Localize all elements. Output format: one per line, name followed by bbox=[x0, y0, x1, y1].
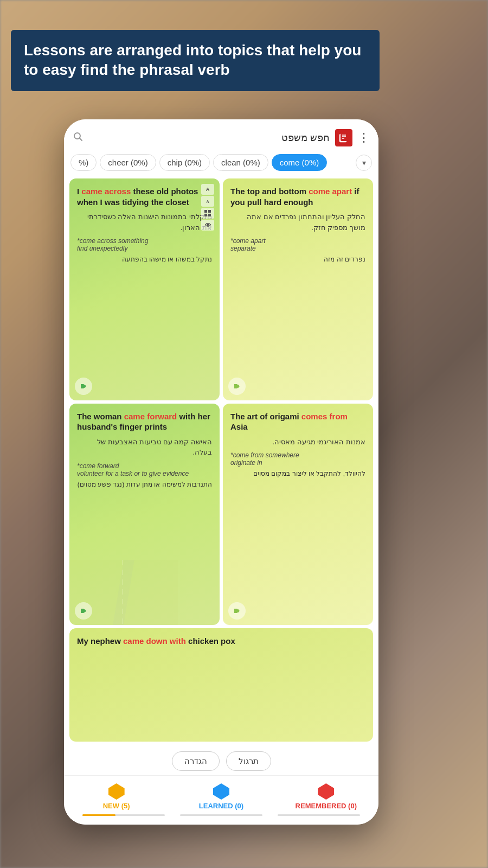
card3-title-normal: The woman bbox=[77, 412, 124, 421]
progress-bar-new bbox=[82, 814, 164, 816]
card2-definition: *come apartseparate bbox=[230, 237, 365, 252]
progress-fill-new bbox=[82, 814, 115, 816]
card1-definition: *come across somethingfind unexpectedly bbox=[77, 237, 212, 252]
progress-bars bbox=[64, 812, 378, 816]
card5-phrasal: came down with bbox=[123, 636, 186, 646]
filter-hagdara[interactable]: הגדרה bbox=[172, 751, 220, 771]
font-large-icon[interactable]: A bbox=[201, 184, 214, 195]
card1-sound-btn[interactable] bbox=[75, 378, 92, 395]
card-came-forward[interactable]: The woman came forward with her husband'… bbox=[69, 404, 220, 626]
tab-new-label: NEW (5) bbox=[103, 802, 130, 810]
card2-title-normal: The top and bottom bbox=[230, 187, 309, 196]
card1-hebrew: נתקלתי בתמונות הישנות האלה כשסידרתי את ה… bbox=[77, 212, 212, 233]
tab-dropdown-icon[interactable]: ▾ bbox=[356, 155, 372, 171]
card4-title-normal: The art of origami bbox=[230, 412, 301, 421]
card3-hebrew: האישה קמה עם טביעות האצבעות של בעלה. bbox=[77, 437, 212, 458]
eye-icon[interactable]: 👁 bbox=[201, 220, 214, 231]
card-came-across[interactable]: A A 👁 I came across these old photos whe… bbox=[69, 178, 220, 400]
card1-title: I came across these old photos when I wa… bbox=[77, 186, 212, 207]
card2-hebrew-def: נפרדים זה מזה bbox=[230, 256, 365, 263]
card-come-apart[interactable]: The top and bottom come apart if you pul… bbox=[223, 178, 373, 400]
search-icon bbox=[73, 131, 84, 145]
gem-new-icon bbox=[108, 783, 125, 800]
card-came-down-with[interactable]: My nephew came down with chicken pox bbox=[69, 628, 373, 742]
filter-row: הגדרה תרגול bbox=[64, 747, 378, 775]
svg-rect-7 bbox=[204, 210, 207, 213]
banner-text: Lessons are arranged into topics that he… bbox=[24, 41, 367, 80]
progress-bar-learned bbox=[180, 814, 262, 816]
book-icon[interactable] bbox=[335, 129, 352, 146]
card-tools: A A 👁 bbox=[201, 184, 214, 231]
filter-tabs-row: %) cheer (0%) chip (0%) clean (0%) come … bbox=[64, 152, 378, 175]
card2-sound-btn[interactable] bbox=[228, 378, 246, 395]
card2-phrasal: come apart bbox=[309, 187, 352, 196]
tab-chip[interactable]: chip (0%) bbox=[159, 154, 210, 171]
tab-learned-label: LEARNED (0) bbox=[199, 802, 243, 810]
card3-title: The woman came forward with her husband'… bbox=[77, 411, 212, 432]
card-comes-from[interactable]: The art of origami comes from Asia אמנות… bbox=[223, 404, 373, 626]
tab-come[interactable]: come (0%) bbox=[272, 154, 328, 171]
svg-rect-8 bbox=[208, 210, 211, 213]
card3-definition: *come forwardvolunteer for a task or to … bbox=[77, 462, 212, 477]
tab-clean[interactable]: clean (0%) bbox=[213, 154, 268, 171]
tab-new[interactable]: NEW (5) bbox=[64, 783, 169, 810]
bottom-nav: NEW (5) LEARNED (0) REMEMBERED (0) bbox=[64, 775, 378, 825]
card4-title: The art of origami comes from Asia bbox=[230, 411, 365, 432]
search-bar: חפש משפט ⋮ bbox=[64, 119, 378, 152]
progress-bar-remembered bbox=[278, 814, 359, 816]
tab-cheer[interactable]: cheer (0%) bbox=[100, 154, 156, 171]
grid-icon[interactable] bbox=[201, 208, 214, 219]
bottom-tabs: NEW (5) LEARNED (0) REMEMBERED (0) bbox=[64, 780, 378, 812]
gem-learned-icon bbox=[213, 783, 229, 800]
tab-remembered-label: REMEMBERED (0) bbox=[296, 802, 357, 810]
card4-title-rest: Asia bbox=[230, 422, 248, 431]
tab-learned[interactable]: LEARNED (0) bbox=[169, 783, 273, 810]
search-input[interactable]: חפש משפט bbox=[89, 132, 330, 144]
top-banner: Lessons are arranged into topics that he… bbox=[11, 30, 380, 91]
phone-container: חפש משפט ⋮ %) cheer (0%) chip (0%) clean… bbox=[64, 119, 378, 825]
card4-hebrew-def: להיוולד, להתקבל או ליצור במקום מסוים bbox=[230, 470, 365, 477]
card2-hebrew: החלק העליון והתחתון נפרדים אם אתה מושך מ… bbox=[230, 212, 365, 233]
card5-title: My nephew came down with chicken pox bbox=[77, 636, 365, 647]
card4-definition: *come from somewhereoriginate in bbox=[230, 451, 365, 467]
tab-remembered[interactable]: REMEMBERED (0) bbox=[274, 783, 378, 810]
card3-phrasal: came forward bbox=[124, 412, 177, 421]
card1-phrasal: came across bbox=[81, 187, 131, 196]
tab-percent[interactable]: %) bbox=[70, 154, 97, 171]
more-options-icon[interactable]: ⋮ bbox=[358, 131, 370, 145]
card3-hebrew-def: התנדבות למשימה או מתן עדות (נגד פשע מסוי… bbox=[77, 481, 212, 488]
card5-title-rest: chicken pox bbox=[186, 636, 235, 646]
card5-title-normal: My nephew bbox=[77, 636, 123, 646]
card4-hebrew: אמנות האוריגמי מגיעה מאסיה. bbox=[230, 437, 365, 448]
gem-remembered-icon bbox=[318, 783, 334, 800]
filter-tirgul[interactable]: תרגול bbox=[226, 751, 271, 771]
cards-grid: A A 👁 I came across these old photos whe… bbox=[64, 175, 378, 747]
card4-phrasal: comes from bbox=[301, 412, 348, 421]
search-right-icons: ⋮ bbox=[335, 129, 370, 146]
card1-hebrew-def: נתקל במשהו או מישהו בהפתעה bbox=[77, 256, 212, 263]
svg-rect-9 bbox=[204, 214, 207, 216]
svg-rect-10 bbox=[208, 214, 211, 216]
font-small-icon[interactable]: A bbox=[201, 196, 214, 207]
svg-line-1 bbox=[80, 138, 82, 141]
card4-sound-btn[interactable] bbox=[228, 602, 246, 620]
card2-title: The top and bottom come apart if you pul… bbox=[230, 186, 365, 207]
